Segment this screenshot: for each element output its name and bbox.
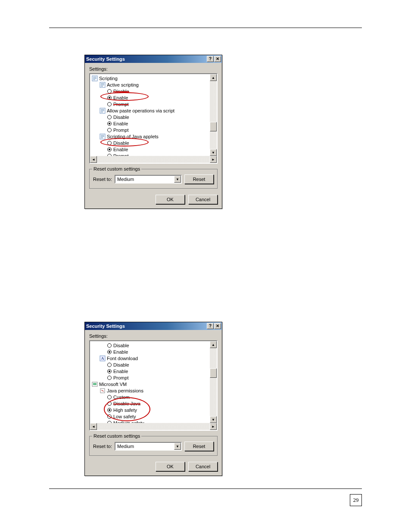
option-label: Prompt — [113, 375, 128, 380]
svg-rect-9 — [93, 383, 97, 385]
tree-item: Allow paste operations via script — [92, 107, 209, 114]
button-label: Cancel — [196, 197, 210, 202]
radio-option[interactable]: High safety — [92, 407, 209, 413]
tree-item: Scripting of Java applets — [92, 133, 209, 140]
tree-item: Java permissions — [92, 387, 209, 394]
groupbox-legend: Reset custom settings — [92, 433, 141, 439]
scroll-up-icon[interactable]: ▲ — [210, 74, 217, 81]
tree-item: A Font download — [92, 355, 209, 361]
scroll-thumb[interactable] — [210, 368, 217, 378]
radio-option[interactable]: Low safety — [92, 413, 209, 420]
cancel-button[interactable]: Cancel — [188, 462, 218, 471]
chevron-down-icon[interactable]: ▼ — [174, 176, 181, 183]
option-label: Low safety — [113, 414, 136, 419]
help-button[interactable]: ? — [207, 56, 214, 62]
radio-option[interactable]: Enable — [92, 368, 209, 374]
radio-option[interactable]: Prompt — [92, 152, 209, 156]
scroll-up-icon[interactable]: ▲ — [210, 341, 217, 348]
button-label: Cancel — [196, 464, 210, 469]
option-label: Prompt — [113, 153, 128, 156]
settings-label: Settings: — [89, 333, 218, 339]
microsoft-vm-icon — [92, 381, 98, 387]
vertical-scrollbar[interactable]: ▲ ▼ — [210, 74, 217, 156]
option-label: Enable — [113, 147, 128, 152]
titlebar: Security Settings ? ✕ — [85, 322, 222, 330]
scroll-left-icon[interactable]: ◄ — [90, 156, 97, 163]
reset-to-label: Reset to: — [93, 177, 112, 182]
option-label: Enable — [113, 95, 128, 100]
option-label: Disable — [113, 89, 129, 94]
page-number: 29 — [350, 494, 362, 506]
radio-option[interactable]: Enable — [92, 120, 209, 127]
dropdown-value: Medium — [117, 177, 134, 182]
scroll-left-icon[interactable]: ◄ — [90, 423, 97, 430]
close-button[interactable]: ✕ — [214, 56, 221, 62]
radio-option[interactable]: Prompt — [92, 127, 209, 133]
page-number-value: 29 — [353, 497, 359, 504]
scroll-down-icon[interactable]: ▼ — [210, 149, 217, 156]
radio-option[interactable]: Disable — [92, 140, 209, 146]
scroll-down-icon[interactable]: ▼ — [210, 416, 217, 423]
reset-to-dropdown[interactable]: Medium ▼ — [115, 442, 182, 451]
tree-label: Font download — [107, 356, 138, 361]
scripting-icon — [100, 82, 106, 88]
radio-option[interactable]: Prompt — [92, 101, 209, 107]
tree-item: Active scripting — [92, 81, 209, 88]
option-label: Disable — [113, 115, 129, 120]
button-label: OK — [167, 464, 174, 469]
button-label: OK — [167, 197, 174, 202]
settings-list: Disable Enable A Font download Disable E… — [89, 340, 218, 431]
ok-button[interactable]: OK — [156, 195, 185, 204]
button-label: Reset — [193, 177, 206, 182]
vertical-scrollbar[interactable]: ▲ ▼ — [210, 341, 217, 423]
reset-to-dropdown[interactable]: Medium ▼ — [115, 175, 182, 184]
tree-item: Scripting — [92, 75, 209, 81]
ok-button[interactable]: OK — [156, 462, 185, 471]
tree-label: Active scripting — [107, 82, 139, 87]
radio-option[interactable]: Medium safety — [92, 420, 209, 423]
tree-label: Allow paste operations via script — [107, 108, 174, 113]
reset-button[interactable]: Reset — [184, 174, 214, 184]
scroll-thumb[interactable] — [210, 122, 217, 131]
titlebar: Security Settings ? ✕ — [85, 55, 222, 63]
cancel-button[interactable]: Cancel — [188, 195, 218, 204]
option-label: Medium safety — [113, 420, 144, 423]
option-label: Disable — [113, 140, 129, 146]
horizontal-scrollbar[interactable]: ◄ ► — [90, 156, 217, 163]
radio-option[interactable]: Enable — [92, 348, 209, 355]
reset-to-label: Reset to: — [93, 444, 112, 449]
option-label: Enable — [113, 369, 128, 374]
tree-label: Scripting of Java applets — [107, 134, 159, 139]
reset-button[interactable]: Reset — [184, 442, 214, 451]
radio-option[interactable]: Prompt — [92, 374, 209, 381]
radio-option[interactable]: Disable — [92, 361, 209, 368]
scroll-right-icon[interactable]: ► — [210, 156, 217, 163]
option-label: High safety — [113, 408, 137, 413]
dialog-title: Security Settings — [86, 324, 207, 329]
radio-option[interactable]: Enable — [92, 146, 209, 152]
option-label: Disable Java — [113, 401, 140, 406]
radio-option[interactable]: Disable — [92, 88, 209, 94]
scroll-right-icon[interactable]: ► — [210, 423, 217, 430]
groupbox-legend: Reset custom settings — [92, 166, 141, 171]
radio-option[interactable]: Custom — [92, 394, 209, 400]
radio-option[interactable]: Enable — [92, 94, 209, 101]
radio-option[interactable]: Disable — [92, 114, 209, 120]
option-label: Prompt — [113, 128, 128, 133]
tree-label: Scripting — [99, 76, 118, 81]
svg-text:A: A — [101, 356, 104, 361]
security-settings-dialog-1: Security Settings ? ✕ Settings: — [84, 55, 222, 209]
option-label: Enable — [113, 349, 128, 355]
button-label: Reset — [193, 444, 206, 449]
horizontal-scrollbar[interactable]: ◄ ► — [90, 423, 217, 430]
close-button[interactable]: ✕ — [214, 323, 221, 329]
reset-custom-settings-group: Reset custom settings Reset to: Medium ▼… — [89, 169, 218, 189]
radio-option[interactable]: Disable — [92, 342, 209, 348]
scripting-icon — [100, 134, 106, 140]
tree-item: Microsoft VM — [92, 381, 209, 387]
chevron-down-icon[interactable]: ▼ — [174, 443, 181, 450]
radio-option[interactable]: Disable Java — [92, 400, 209, 407]
settings-list: Scripting Active scripting Disable Enabl… — [89, 73, 218, 164]
option-label: Enable — [113, 121, 128, 126]
help-button[interactable]: ? — [207, 323, 214, 329]
